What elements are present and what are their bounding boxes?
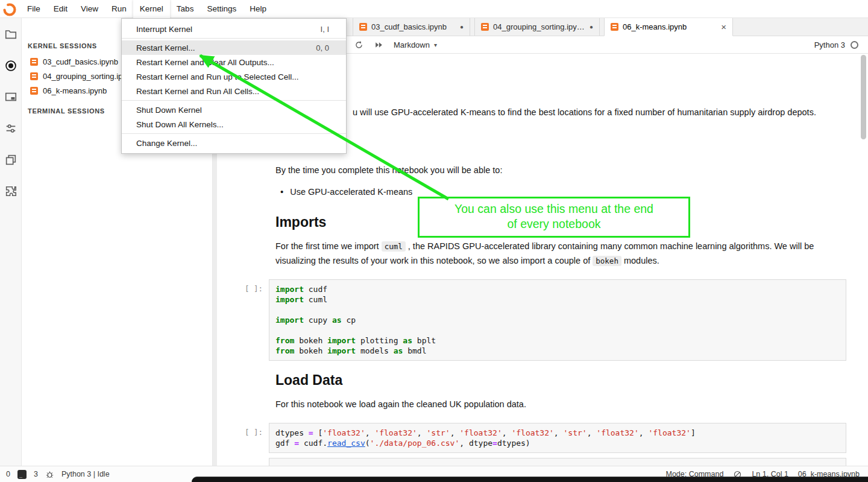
terminal-icon[interactable] [17, 470, 27, 479]
session-label: 06_k-means.ipynb [43, 86, 107, 95]
running-sessions-icon[interactable] [4, 59, 17, 72]
code-editor[interactable]: import cudfimport cuml import cupy as cp… [269, 279, 846, 361]
tab-06-k-means[interactable]: 06_k-means.ipynb × [604, 18, 733, 36]
cell-type-dropdown[interactable]: Markdown ▾ [394, 40, 437, 49]
menu-item-interrupt-kernel[interactable]: Interrupt Kernel I, I [122, 22, 346, 36]
kernel-indicator[interactable]: Python 3 [814, 40, 868, 49]
close-icon[interactable]: × [721, 22, 726, 31]
menu-item-restart-run-to-selected[interactable]: Restart Kernel and Run up to Selected Ce… [122, 69, 346, 84]
menubar: File Edit View Run Kernel Tabs Settings … [0, 0, 868, 18]
notebook-icon [30, 58, 38, 66]
dock-edge [192, 477, 868, 482]
inspector-icon[interactable] [4, 90, 17, 104]
annotation-callout-box: You can also use this menu at the end of… [418, 197, 690, 238]
load-data-paragraph: For this notebook we load again the clea… [275, 398, 526, 411]
kernel-busy-dot-icon: ● [460, 24, 464, 30]
menu-file[interactable]: File [20, 0, 47, 18]
vertical-scrollbar-thumb[interactable] [861, 55, 866, 139]
menu-run[interactable]: Run [105, 0, 133, 18]
status-bar-left: 0 3 Python 3 | Idle [0, 470, 110, 479]
annotation-line-2: of every notebook [422, 217, 686, 232]
code-editor[interactable]: dtypes = ['float32', 'float32', 'str', '… [269, 423, 846, 453]
menu-item-change-kernel[interactable]: Change Kernel... [122, 136, 346, 150]
imports-paragraph: For the first time we import cuml , the … [275, 239, 815, 268]
menu-settings[interactable]: Settings [200, 0, 243, 18]
activity-bar [0, 18, 22, 466]
load-data-heading: Load Data [275, 372, 342, 388]
chevron-down-icon: ▾ [434, 42, 437, 48]
jupyter-logo-icon [0, 0, 20, 18]
terminals-count[interactable]: 3 [34, 470, 38, 478]
notebook-icon [30, 72, 38, 80]
code-cell-imports: [ ]: import cudfimport cuml import cupy … [217, 279, 846, 361]
kernel-name: Python 3 [814, 40, 845, 49]
jupyterlab-window: File Edit View Run Kernel Tabs Settings … [0, 0, 868, 482]
menu-separator [122, 100, 346, 101]
menu-view[interactable]: View [74, 0, 105, 18]
bullet-icon: • [280, 185, 283, 199]
menu-item-restart-kernel[interactable]: Restart Kernel... 0, 0 [122, 40, 346, 55]
folder-icon[interactable] [4, 28, 17, 41]
imports-heading: Imports [275, 214, 326, 230]
menu-item-restart-clear-outputs[interactable]: Restart Kernel and Clear All Outputs... [122, 55, 346, 69]
menu-tabs[interactable]: Tabs [170, 0, 201, 18]
extensions-puzzle-icon[interactable] [4, 185, 17, 198]
cell-prompt: [ ]: [219, 284, 263, 293]
tab-04-grouping-sorting[interactable]: 04_grouping_sorting.ipynb ● [474, 18, 600, 36]
menu-kernel[interactable]: Kernel [133, 0, 170, 18]
cell-prompt: [ ]: [219, 428, 263, 437]
bug-icon[interactable] [45, 470, 54, 479]
menu-separator [122, 38, 346, 39]
notebook-icon [30, 87, 38, 95]
objectives-intro: By the time you complete this notebook y… [275, 163, 502, 177]
menu-separator [122, 133, 346, 134]
code-cell-load-data: [ ]: dtypes = ['float32', 'float32', 'st… [217, 423, 846, 453]
menu-item-shutdown-all-kernels[interactable]: Shut Down All Kernels... [122, 117, 346, 132]
open-tabs-icon[interactable] [4, 153, 17, 166]
menu-item-shutdown-kernel[interactable]: Shut Down Kernel [122, 103, 346, 117]
shortcut-label: 0, 0 [316, 43, 329, 52]
notebook-icon [611, 23, 618, 31]
code-editor[interactable] [269, 458, 846, 466]
inline-code-bokeh: bokeh [593, 256, 621, 266]
objective-text: Use GPU-accelerated K-means [290, 185, 412, 199]
annotation-line-1: You can also use this menu at the end [422, 201, 686, 217]
intro-paragraph-fragment: u will use GPU-accelerated K-means to fi… [353, 106, 816, 119]
kernel-idle-icon [851, 41, 858, 49]
kernels-count[interactable]: 0 [6, 470, 10, 478]
settings-sliders-icon[interactable] [4, 122, 17, 135]
inline-code-cuml: cuml [382, 241, 406, 252]
shortcut-label: I, I [321, 25, 329, 34]
partial-code-cell [217, 458, 846, 466]
restart-kernel-icon[interactable] [354, 40, 364, 50]
session-label: 03_cudf_basics.ipynb [43, 57, 118, 66]
notebook-icon [481, 23, 489, 31]
objective-bullet: • Use GPU-accelerated K-means [280, 185, 412, 199]
menu-edit[interactable]: Edit [47, 0, 74, 18]
notebook-icon [359, 23, 367, 31]
tab-03-cudf-basics[interactable]: 03_cudf_basics.ipynb ● [353, 18, 470, 36]
run-all-fast-forward-icon[interactable] [374, 40, 384, 50]
cell-type-value: Markdown [394, 40, 430, 49]
kernel-busy-dot-icon: ● [590, 24, 593, 30]
menu-help[interactable]: Help [243, 0, 273, 18]
kernel-menu-dropdown: Interrupt Kernel I, I Restart Kernel... … [121, 18, 347, 154]
menu-item-restart-run-all[interactable]: Restart Kernel and Run All Cells... [122, 84, 346, 98]
kernel-status-text[interactable]: Python 3 | Idle [61, 470, 110, 478]
